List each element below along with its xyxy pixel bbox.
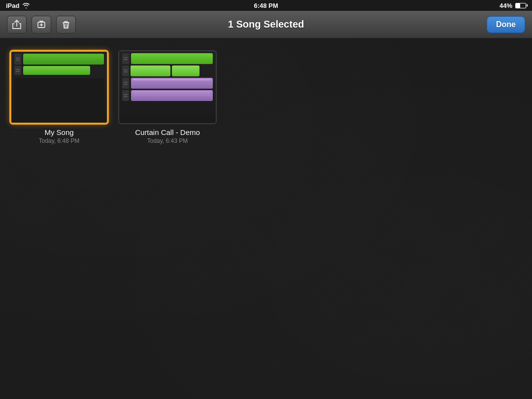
status-left: iPad: [6, 2, 30, 9]
status-bar: iPad 6:48 PM 44%: [0, 0, 532, 11]
battery-icon: [515, 3, 526, 8]
toolbar-actions-right: Done: [487, 16, 525, 33]
songs-grid: My Song Today, 6:48 PM: [0, 38, 532, 399]
toolbar: 1 Song Selected Done: [0, 11, 532, 38]
trash-icon: [61, 20, 71, 30]
song-date-my-song: Today, 6:48 PM: [39, 137, 80, 144]
song-item-my-song[interactable]: My Song Today, 6:48 PM: [10, 50, 108, 144]
toolbar-actions-left: [7, 16, 76, 33]
song-title-curtain-call: Curtain Call - Demo: [135, 128, 200, 136]
device-name: iPad: [6, 2, 19, 9]
add-button[interactable]: [32, 16, 51, 33]
song-thumbnail-curtain-call: [118, 50, 217, 124]
status-right: 44%: [499, 2, 526, 9]
status-time: 6:48 PM: [254, 2, 278, 9]
wifi-icon: [22, 2, 30, 8]
song-thumbnail-my-song: [10, 50, 108, 124]
song-item-curtain-call[interactable]: Curtain Call - Demo Today, 6:43 PM: [118, 50, 217, 144]
add-icon: [36, 20, 46, 30]
battery-percent: 44%: [499, 2, 512, 9]
share-icon: [12, 20, 22, 30]
toolbar-title: 1 Song Selected: [228, 19, 304, 30]
song-title-my-song: My Song: [44, 128, 73, 136]
song-date-curtain-call: Today, 6:43 PM: [147, 137, 188, 144]
done-button[interactable]: Done: [487, 16, 525, 33]
share-button[interactable]: [7, 16, 27, 33]
delete-button[interactable]: [56, 16, 76, 33]
